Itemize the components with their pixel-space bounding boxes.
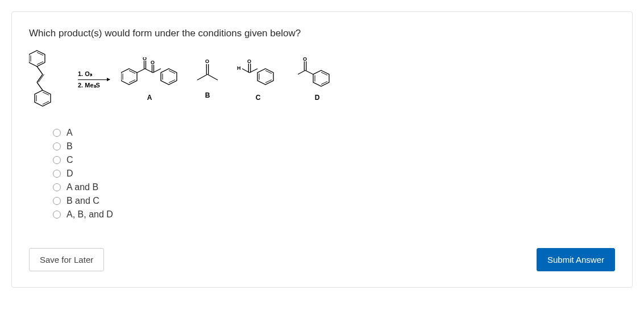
svg-marker-49 — [313, 70, 329, 86]
svg-line-16 — [137, 69, 145, 73]
option-B-and-C[interactable]: B and C — [53, 196, 615, 206]
option-label: D — [67, 169, 73, 179]
structure-A-label: A — [147, 94, 152, 102]
answer-options: A B C D A and B B and C A, B, and D — [29, 128, 615, 220]
svg-text:O: O — [151, 60, 155, 65]
option-label: A and B — [67, 182, 98, 192]
radio-icon — [53, 129, 61, 137]
submit-answer-button[interactable]: Submit Answer — [537, 248, 615, 271]
structure-A: O O A — [121, 57, 178, 102]
radio-icon — [53, 156, 61, 164]
question-text: Which product(s) would form under the co… — [29, 28, 615, 39]
phenyl-aldehyde-icon: H O — [237, 57, 279, 88]
svg-marker-8 — [35, 90, 51, 106]
svg-text:O: O — [143, 57, 147, 61]
svg-text:O: O — [205, 58, 209, 64]
svg-line-48 — [305, 70, 313, 74]
radio-icon — [53, 183, 61, 191]
svg-line-6 — [39, 74, 44, 82]
radio-icon — [53, 197, 61, 205]
option-label: B — [67, 141, 73, 152]
svg-line-30 — [207, 74, 218, 80]
structure-C: H O C — [237, 57, 279, 102]
stilbene-icon — [29, 48, 70, 111]
svg-text:O: O — [247, 58, 251, 64]
question-card: Which product(s) would form under the co… — [11, 11, 633, 288]
option-label: B and C — [67, 196, 99, 206]
reaction-arrow: 1. O₃ 2. Me₂S — [78, 70, 110, 89]
svg-marker-40 — [257, 69, 273, 85]
reagent-step-1: 1. O₃ — [78, 70, 92, 78]
phenyl-ketone-icon: O — [296, 57, 338, 88]
structure-D: O D — [296, 57, 338, 102]
option-B[interactable]: B — [53, 141, 615, 152]
radio-icon — [53, 142, 61, 150]
acetone-icon: O — [195, 57, 220, 86]
structure-C-label: C — [256, 94, 261, 102]
option-A-and-B[interactable]: A and B — [53, 182, 615, 192]
svg-line-29 — [197, 74, 207, 80]
svg-marker-12 — [121, 69, 137, 85]
starting-material: 1. O₃ 2. Me₂S — [29, 48, 110, 111]
option-D[interactable]: D — [53, 169, 615, 179]
option-A-B-and-D[interactable]: A, B, and D — [53, 209, 615, 220]
svg-text:H: H — [237, 65, 241, 71]
svg-line-44 — [298, 70, 305, 74]
svg-line-4 — [37, 66, 43, 74]
radio-icon — [53, 211, 61, 219]
svg-marker-0 — [29, 51, 45, 66]
svg-line-5 — [37, 74, 43, 82]
structure-B: O B — [195, 57, 220, 99]
option-label: C — [67, 155, 73, 165]
symmetric-diketone-icon: O O — [121, 57, 178, 88]
structure-B-label: B — [205, 91, 210, 99]
structure-D-label: D — [315, 94, 320, 102]
arrow-line-icon — [78, 79, 110, 80]
save-for-later-button[interactable]: Save for Later — [29, 248, 104, 271]
option-label: A — [67, 128, 73, 138]
radio-icon — [53, 170, 61, 178]
option-label: A, B, and D — [67, 209, 113, 220]
reagent-step-2: 2. Me₂S — [78, 82, 100, 89]
svg-marker-25 — [161, 69, 177, 85]
footer-actions: Save for Later Submit Answer — [29, 248, 615, 271]
products-group: O O A — [121, 57, 338, 102]
option-A[interactable]: A — [53, 128, 615, 138]
svg-line-7 — [37, 82, 43, 90]
option-C[interactable]: C — [53, 155, 615, 165]
chemical-structures-row: 1. O₃ 2. Me₂S O — [29, 48, 615, 111]
svg-text:O: O — [303, 57, 307, 62]
